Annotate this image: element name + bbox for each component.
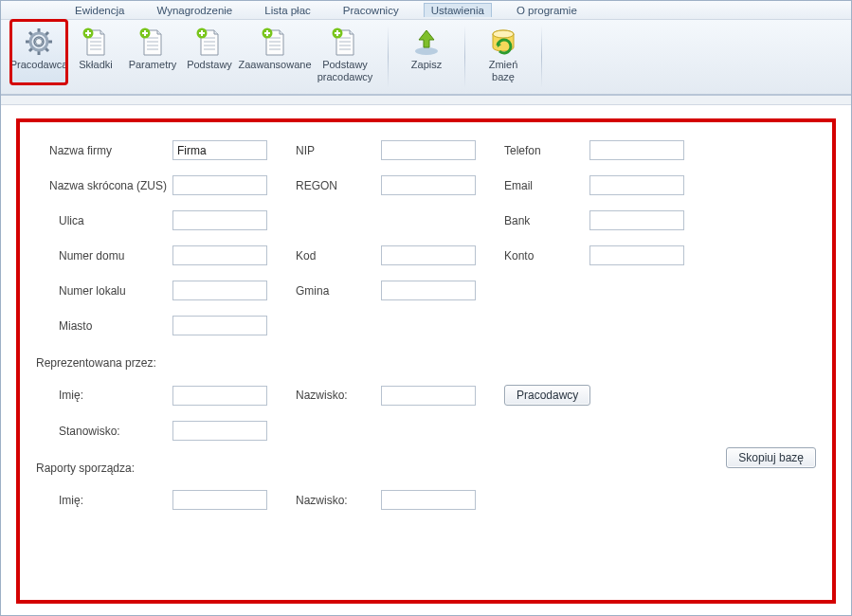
section-reprezentowana: Reprezentowana przez: <box>36 356 684 370</box>
save-icon <box>411 25 442 59</box>
svg-point-28 <box>415 47 438 55</box>
label-rap-imie: Imię: <box>49 494 172 507</box>
input-gmina[interactable] <box>381 281 476 300</box>
input-regon[interactable] <box>381 175 476 195</box>
label-nip: NIP <box>296 144 381 157</box>
menu-pracownicy[interactable]: Pracownicy <box>335 3 407 18</box>
ribbon-group-save: Zapisz <box>394 20 459 94</box>
label-nazwa-firmy: Nazwa firmy <box>49 144 172 157</box>
ribbon-podstawy[interactable]: Podstawy <box>181 20 238 84</box>
label-numer-lokalu: Numer lokalu <box>49 284 172 298</box>
input-rep-nazwisko[interactable] <box>381 386 476 406</box>
section-raporty: Raporty sporządza: <box>36 462 684 475</box>
input-nazwa-firmy[interactable] <box>172 140 267 160</box>
button-skopiuj-baze[interactable]: Skopiuj bazę <box>726 447 816 468</box>
label-kod: Kod <box>296 249 381 263</box>
gear-icon <box>24 25 54 59</box>
subtab-strip <box>1 96 851 105</box>
input-rep-imie[interactable] <box>172 386 267 406</box>
button-pracodawcy[interactable]: Pracodawcy <box>504 385 590 406</box>
label-ulica: Ulica <box>49 214 172 227</box>
ribbon-parametry[interactable]: Parametry <box>124 20 181 84</box>
ribbon-zapisz[interactable]: Zapisz <box>398 20 455 84</box>
ribbon-pracodawca[interactable]: Pracodawca <box>10 20 67 84</box>
menu-ewidencja[interactable]: Ewidencja <box>67 3 132 18</box>
ribbon-separator <box>388 26 389 88</box>
menu-o-programie[interactable]: O programie <box>509 3 585 18</box>
label-numer-domu: Numer domu <box>49 249 172 263</box>
database-refresh-icon <box>488 25 518 59</box>
input-nazwa-skrocona[interactable] <box>172 175 267 195</box>
document-plus-icon <box>331 25 359 59</box>
app-window: Ewidencja Wynagrodzenie Lista płac Praco… <box>0 0 852 616</box>
ribbon-group-settings: Pracodawca Składki <box>7 20 382 94</box>
ribbon-group-db: Zmień bazę <box>471 20 535 94</box>
label-rep-nazwisko: Nazwisko: <box>296 389 381 402</box>
employer-form-panel: Nazwa firmy NIP Telefon Nazwa skrócona (… <box>16 118 836 604</box>
input-email[interactable] <box>589 175 684 195</box>
form-area: Nazwa firmy NIP Telefon Nazwa skrócona (… <box>1 105 851 615</box>
label-konto: Konto <box>504 249 589 263</box>
menu-ustawienia[interactable]: Ustawienia <box>424 3 492 17</box>
document-plus-icon <box>82 25 110 59</box>
label-telefon: Telefon <box>504 144 589 157</box>
ribbon-label: Zapisz <box>399 59 454 83</box>
ribbon-skladki[interactable]: Składki <box>67 20 124 84</box>
input-nip[interactable] <box>381 140 476 160</box>
svg-point-2 <box>36 39 43 45</box>
input-rap-nazwisko[interactable] <box>381 490 476 510</box>
document-plus-icon <box>138 25 167 59</box>
menu-lista-plac[interactable]: Lista płac <box>257 3 318 18</box>
input-telefon[interactable] <box>589 140 684 160</box>
ribbon-label: Składki <box>68 59 123 83</box>
label-rep-imie: Imię: <box>49 389 172 402</box>
label-email: Email <box>504 179 589 192</box>
input-rap-imie[interactable] <box>172 490 267 510</box>
label-regon: REGON <box>296 179 381 192</box>
form-grid: Nazwa firmy NIP Telefon Nazwa skrócona (… <box>49 140 814 510</box>
input-miasto[interactable] <box>172 316 267 335</box>
ribbon-separator <box>464 26 465 88</box>
label-gmina: Gmina <box>296 284 381 298</box>
label-nazwa-skrocona: Nazwa skrócona (ZUS) <box>49 179 172 192</box>
ribbon-zmien-baze[interactable]: Zmień bazę <box>475 20 532 84</box>
ribbon-zaawansowane[interactable]: Zaawansowane <box>238 20 312 84</box>
label-stanowisko: Stanowisko: <box>49 425 172 438</box>
ribbon-label: Parametry <box>125 59 180 83</box>
input-konto[interactable] <box>589 245 684 265</box>
ribbon-label: Zaawansowane <box>239 59 311 83</box>
ribbon-podstawy-pracodawcy[interactable]: Podstawy pracodawcy <box>312 20 378 84</box>
input-bank[interactable] <box>589 210 684 230</box>
ribbon-label: Podstawy pracodawcy <box>313 59 377 83</box>
input-kod[interactable] <box>381 245 476 265</box>
label-miasto: Miasto <box>49 319 172 333</box>
ribbon: Pracodawca Składki <box>1 20 851 96</box>
input-ulica[interactable] <box>172 210 267 230</box>
label-rap-nazwisko: Nazwisko: <box>296 494 381 507</box>
ribbon-separator <box>541 26 542 88</box>
svg-point-30 <box>493 30 514 38</box>
menu-wynagrodzenie[interactable]: Wynagrodzenie <box>149 3 240 18</box>
ribbon-label: Zmień bazę <box>476 59 531 83</box>
input-numer-domu[interactable] <box>172 245 267 265</box>
menubar: Ewidencja Wynagrodzenie Lista płac Praco… <box>1 1 851 20</box>
document-plus-icon <box>261 25 289 59</box>
ribbon-label: Podstawy <box>182 59 237 83</box>
document-plus-icon <box>195 25 224 59</box>
ribbon-label: Pracodawca <box>11 59 66 83</box>
label-bank: Bank <box>504 214 589 227</box>
input-stanowisko[interactable] <box>172 421 267 441</box>
input-numer-lokalu[interactable] <box>172 281 267 300</box>
